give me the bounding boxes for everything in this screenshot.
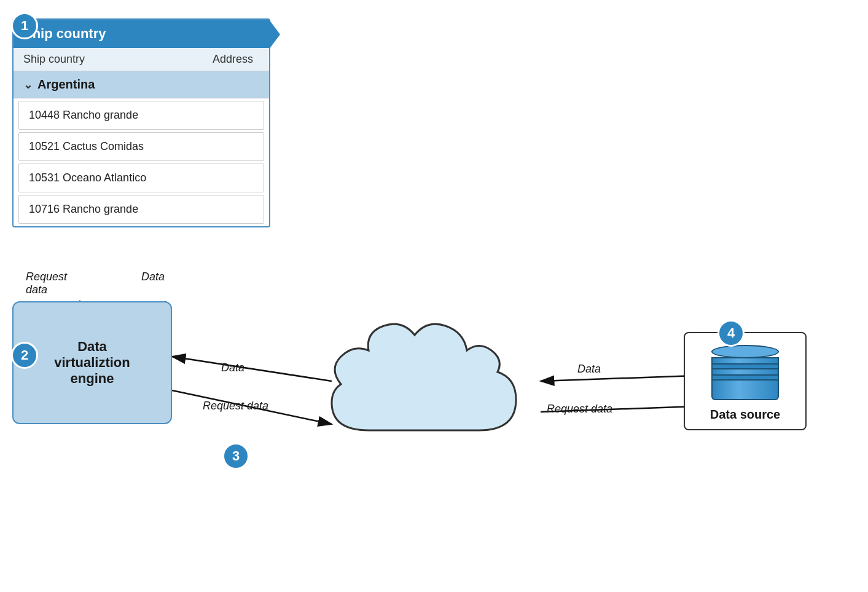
col-ship-country: Ship country <box>23 53 138 66</box>
label-data-3: Data <box>577 363 601 376</box>
table-widget: Ship country Ship country Address ⌄ Arge… <box>12 18 270 227</box>
cloud-shape <box>295 295 528 467</box>
table-column-headers: Ship country Address <box>14 48 269 71</box>
label-data-1: Data <box>141 270 165 283</box>
database-icon <box>711 345 779 400</box>
col-address: Address <box>138 53 259 66</box>
datasource-box: Data source <box>684 332 807 430</box>
table-title: Ship country <box>14 20 269 48</box>
diagram-container: 1 Ship country Ship country Address ⌄ Ar… <box>0 0 868 592</box>
table-row: 10448 Rancho grande <box>18 101 264 130</box>
step-badge-1: 1 <box>11 12 38 39</box>
engine-box: Datavirtualiztionengine <box>12 301 172 424</box>
chevron-down-icon: ⌄ <box>23 78 33 92</box>
table-group-header: ⌄ Argentina <box>14 71 269 98</box>
step-badge-4: 4 <box>717 320 745 347</box>
step-badge-2: 2 <box>11 342 38 369</box>
engine-label: Datavirtualiztionengine <box>54 339 130 387</box>
table-rows: 10448 Rancho grande 10521 Cactus Comidas… <box>14 101 269 224</box>
table-row: 10716 Rancho grande <box>18 195 264 224</box>
label-request-data-1: Requestdata <box>26 270 67 296</box>
label-request-data-2: Request data <box>203 400 268 412</box>
label-data-2: Data <box>221 361 244 374</box>
table-row: 10531 Oceano Atlantico <box>18 164 264 192</box>
label-request-data-3: Request data <box>547 403 612 416</box>
table-row: 10521 Cactus Comidas <box>18 132 264 161</box>
step-badge-3: 3 <box>222 443 249 470</box>
datasource-label: Data source <box>710 408 781 422</box>
